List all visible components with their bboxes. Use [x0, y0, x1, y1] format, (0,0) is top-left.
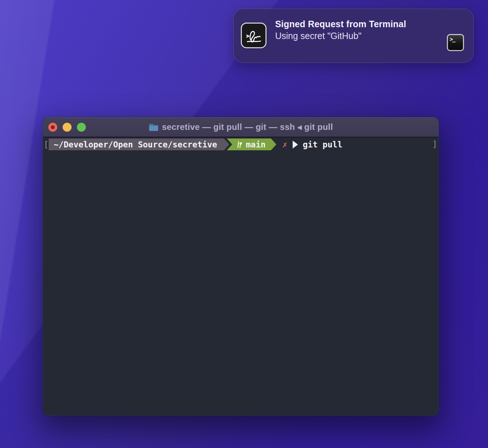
git-branch-name: main [246, 140, 265, 149]
close-button[interactable] [48, 123, 57, 132]
notification-title: Signed Request from Terminal [275, 18, 406, 30]
terminal-app-icon: >_ [447, 34, 464, 51]
secretive-app-icon [241, 23, 267, 48]
prompt-branch-segment: main [227, 138, 276, 150]
signature-glyph [243, 25, 264, 46]
prompt-mark-left: [ [43, 140, 49, 149]
prompt-arrow-icon [293, 141, 298, 148]
minimize-button[interactable] [63, 123, 72, 132]
window-title: secretive — git pull — git — ssh ◂ git p… [162, 122, 333, 132]
command-text: git pull [303, 140, 342, 149]
terminal-content[interactable]: [ ~/Developer/Open Source/secretive main… [43, 137, 439, 415]
terminal-window: secretive — git pull — git — ssh ◂ git p… [43, 117, 439, 415]
prompt-path-segment: ~/Developer/Open Source/secretive [49, 138, 229, 150]
close-dot-icon [51, 125, 55, 129]
window-title-area: secretive — git pull — git — ssh ◂ git p… [148, 122, 333, 132]
prompt-line: [ ~/Developer/Open Source/secretive main… [43, 138, 439, 150]
git-dirty-mark: ✗ [282, 140, 287, 149]
notification-banner[interactable]: Signed Request from Terminal Using secre… [233, 9, 474, 63]
notification-text: Signed Request from Terminal Using secre… [275, 18, 406, 42]
prompt-mark-right: ] [432, 138, 437, 150]
titlebar[interactable]: secretive — git pull — git — ssh ◂ git p… [43, 117, 439, 137]
traffic-lights [48, 123, 86, 132]
folder-icon [148, 123, 158, 131]
terminal-prompt-glyph: >_ [450, 36, 455, 43]
current-directory: ~/Developer/Open Source/secretive [54, 140, 217, 149]
git-branch-icon [236, 140, 243, 149]
notification-subtitle: Using secret "GitHub" [275, 30, 406, 42]
zoom-button[interactable] [77, 123, 86, 132]
